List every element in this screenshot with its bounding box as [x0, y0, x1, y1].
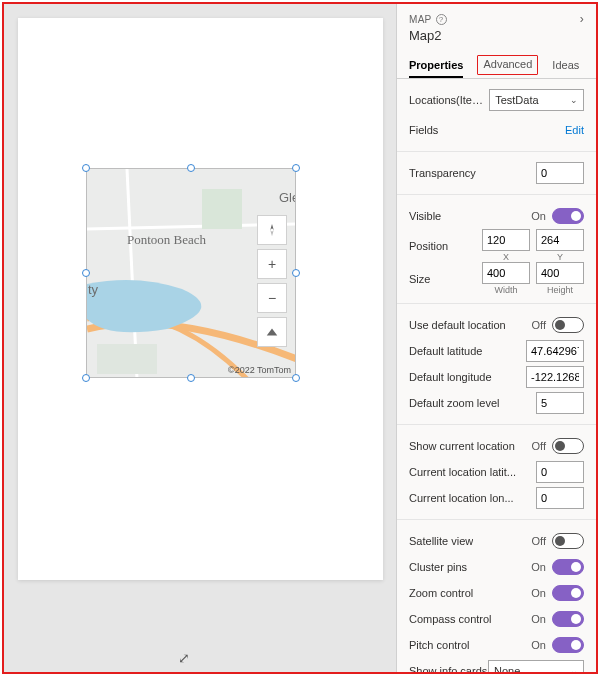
- zoom-control-toggle[interactable]: [552, 585, 584, 601]
- visible-label: Visible: [409, 210, 441, 222]
- transparency-label: Transparency: [409, 167, 476, 179]
- tab-advanced-highlight: Advanced: [477, 55, 538, 75]
- svg-text:Gle: Gle: [279, 190, 295, 205]
- zoom-in-button[interactable]: +: [257, 249, 287, 279]
- properties-panel: MAP ? › Map2 Properties Advanced Ideas L…: [396, 4, 596, 672]
- current-lat-input[interactable]: [536, 461, 584, 483]
- position-x-input[interactable]: [482, 229, 530, 251]
- height-input[interactable]: [536, 262, 584, 284]
- svg-rect-2: [97, 344, 157, 374]
- tab-ideas[interactable]: Ideas: [552, 53, 579, 78]
- canvas-area[interactable]: Pontoon Beach ity Gle + − ©: [4, 4, 396, 672]
- tab-advanced[interactable]: Advanced: [483, 58, 532, 70]
- svg-text:ity: ity: [87, 282, 99, 297]
- position-y-input[interactable]: [536, 229, 584, 251]
- use-default-location-toggle[interactable]: [552, 317, 584, 333]
- locations-dropdown[interactable]: TestData⌄: [489, 89, 584, 111]
- default-longitude-input[interactable]: [526, 366, 584, 388]
- compass-button[interactable]: [257, 215, 287, 245]
- fields-label: Fields: [409, 124, 438, 136]
- default-zoom-input[interactable]: [536, 392, 584, 414]
- help-icon[interactable]: ?: [436, 14, 447, 25]
- map-place-label: Pontoon Beach: [127, 232, 207, 247]
- cluster-pins-toggle[interactable]: [552, 559, 584, 575]
- app-screen: Pontoon Beach ity Gle + − ©: [18, 18, 383, 580]
- current-lon-input[interactable]: [536, 487, 584, 509]
- visible-toggle[interactable]: [552, 208, 584, 224]
- width-input[interactable]: [482, 262, 530, 284]
- zoom-out-button[interactable]: −: [257, 283, 287, 313]
- show-current-location-toggle[interactable]: [552, 438, 584, 454]
- map-control[interactable]: Pontoon Beach ity Gle + − ©: [86, 168, 296, 378]
- satellite-toggle[interactable]: [552, 533, 584, 549]
- position-label: Position: [409, 240, 448, 252]
- panel-tabs: Properties Advanced Ideas: [397, 53, 596, 79]
- size-label: Size: [409, 273, 430, 285]
- control-type-label: MAP ? ›: [409, 12, 584, 26]
- map-attribution: ©2022 TomTom: [228, 365, 291, 375]
- resize-handle-icon[interactable]: ⤢: [178, 650, 190, 666]
- svg-rect-1: [202, 189, 242, 229]
- chevron-down-icon: ⌄: [570, 666, 578, 672]
- info-cards-dropdown[interactable]: None⌄: [488, 660, 584, 672]
- collapse-chevron-icon[interactable]: ›: [580, 12, 584, 26]
- pitch-button[interactable]: [257, 317, 287, 347]
- pitch-control-toggle[interactable]: [552, 637, 584, 653]
- fields-edit-link[interactable]: Edit: [565, 124, 584, 136]
- control-name[interactable]: Map2: [409, 28, 584, 43]
- default-latitude-input[interactable]: [526, 340, 584, 362]
- compass-control-toggle[interactable]: [552, 611, 584, 627]
- chevron-down-icon: ⌄: [570, 95, 578, 105]
- tab-properties[interactable]: Properties: [409, 53, 463, 78]
- locations-label: Locations(Items): [409, 94, 489, 106]
- transparency-input[interactable]: [536, 162, 584, 184]
